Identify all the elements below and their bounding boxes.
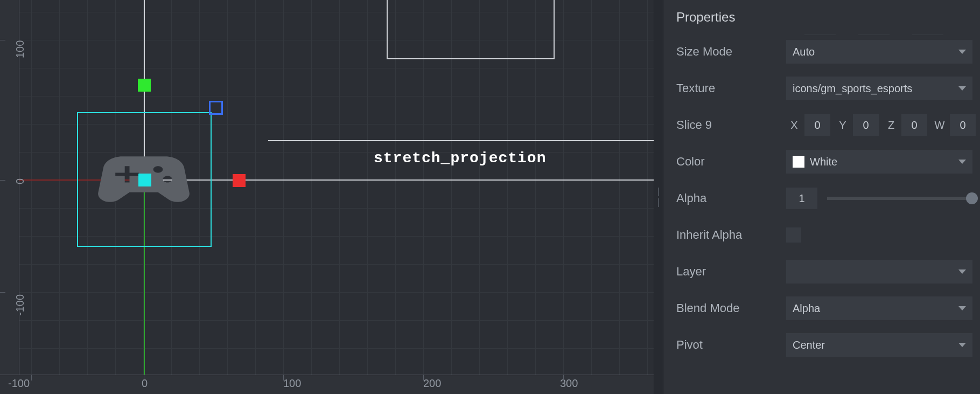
texture-dropdown[interactable]: icons/gm_sports_esports — [786, 77, 972, 100]
row-blend-mode: Blend Mode Alpha — [663, 290, 980, 327]
row-texture: Texture icons/gm_sports_esports — [663, 70, 980, 107]
color-swatch — [793, 156, 804, 168]
row-color: Color White — [663, 143, 980, 180]
alpha-input[interactable] — [786, 188, 817, 209]
slice9-y-input[interactable] — [853, 114, 879, 136]
chevron-down-icon — [958, 50, 966, 54]
size-mode-dropdown[interactable]: Auto — [786, 40, 972, 64]
row-inherit-alpha: Inherit Alpha — [663, 217, 980, 253]
ruler-tick-label: 300 — [560, 377, 578, 390]
ruler-tick-label: 0 — [142, 377, 148, 390]
size-z-input[interactable] — [912, 34, 943, 35]
pivot-dropdown[interactable]: Center — [786, 333, 972, 357]
ruler-vertical: 100 0 -100 — [0, 0, 19, 375]
slider-thumb[interactable] — [966, 192, 978, 204]
ruler-tick-label: 200 — [423, 377, 441, 390]
handle-scale[interactable] — [209, 101, 223, 115]
ruler-horizontal: -100 0 100 200 300 — [0, 375, 654, 394]
handle-translate-y[interactable] — [138, 79, 151, 92]
ruler-tick-label: 100 — [283, 377, 301, 390]
slice9-x-input[interactable] — [804, 114, 830, 136]
inherit-alpha-checkbox[interactable] — [786, 227, 801, 243]
properties-scroll[interactable]: Size X Y Z Size Mode Auto — [663, 34, 980, 391]
node-outline-top — [387, 0, 555, 59]
slice9-w-input[interactable] — [950, 114, 976, 136]
chevron-down-icon — [958, 269, 966, 274]
chevron-down-icon — [958, 306, 966, 310]
scene-viewport[interactable]: stretch_projection 100 0 -100 -100 0 100… — [0, 0, 654, 394]
node-label: stretch_projection — [374, 150, 546, 167]
handle-translate-x[interactable] — [233, 174, 246, 187]
ruler-tick-label: -100 — [8, 377, 30, 390]
properties-panel: Properties Size X Y Z Size Mode — [663, 0, 980, 394]
handle-pivot[interactable] — [138, 174, 151, 186]
slice9-z-input[interactable] — [901, 114, 927, 136]
ruler-tick-label: 0 — [14, 178, 26, 184]
chevron-down-icon — [958, 86, 966, 91]
row-size-mode: Size Mode Auto — [663, 34, 980, 70]
panel-title: Properties — [663, 0, 980, 34]
row-layer: Layer — [663, 253, 980, 290]
alpha-slider[interactable] — [827, 197, 972, 200]
chevron-down-icon — [958, 160, 966, 164]
blend-mode-dropdown[interactable]: Alpha — [786, 296, 972, 320]
color-dropdown[interactable]: White — [786, 150, 972, 174]
row-pivot: Pivot Center — [663, 327, 980, 363]
row-alpha: Alpha — [663, 180, 980, 217]
row-slice9: Slice 9 X Y Z W — [663, 107, 980, 143]
size-y-input[interactable] — [858, 34, 890, 35]
chevron-down-icon — [958, 343, 966, 347]
ruler-tick-label: 100 — [14, 40, 26, 58]
size-x-input[interactable] — [804, 34, 836, 35]
panel-splitter[interactable] — [654, 0, 663, 394]
ruler-tick-label: -100 — [14, 294, 26, 316]
layer-dropdown[interactable] — [786, 260, 972, 284]
